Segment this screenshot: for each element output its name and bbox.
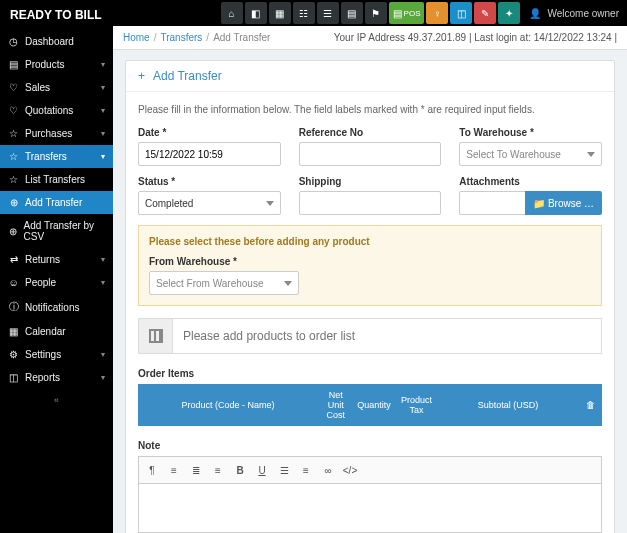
- shortcut-2[interactable]: ◫: [450, 2, 472, 24]
- folder-icon: 📁: [533, 198, 545, 209]
- heart-icon: ♡: [8, 82, 19, 93]
- ref-label: Reference No: [299, 127, 442, 138]
- date-input[interactable]: [138, 142, 281, 166]
- calc-button[interactable]: ▦: [269, 2, 291, 24]
- ed-link-icon[interactable]: ∞: [319, 461, 337, 479]
- sidebar-item-list-transfers[interactable]: ☆List Transfers: [0, 168, 113, 191]
- th-product: Product (Code - Name): [138, 384, 318, 426]
- trash-icon: 🗑: [586, 400, 595, 410]
- chevron-down-icon: ▾: [101, 278, 105, 287]
- warning-text: Please select these before adding any pr…: [149, 236, 591, 247]
- status-select[interactable]: Completed: [138, 191, 281, 215]
- crumb-home[interactable]: Home: [123, 32, 150, 43]
- th-qty: Quantity: [353, 384, 395, 426]
- editor-toolbar: ¶ ≡ ≣ ≡ B U ☰ ≡ ∞ </>: [138, 456, 602, 483]
- panel-title: Add Transfer: [153, 69, 222, 83]
- from-warehouse-select[interactable]: Select From Warehouse: [149, 271, 299, 295]
- from-warehouse-label: From Warehouse *: [149, 256, 237, 267]
- ed-olist-icon[interactable]: ≡: [297, 461, 315, 479]
- shortcut-1[interactable]: ♀: [426, 2, 448, 24]
- chevron-down-icon: ▾: [101, 350, 105, 359]
- ed-code-icon[interactable]: </>: [341, 461, 359, 479]
- sidebar-item-calendar[interactable]: ▦Calendar: [0, 320, 113, 343]
- sidebar-item-add-transfer-csv[interactable]: ⊕Add Transfer by CSV: [0, 214, 113, 248]
- chevron-down-icon: ▾: [101, 152, 105, 161]
- crumb-transfers[interactable]: Transfers: [160, 32, 202, 43]
- product-search-bar: [138, 318, 602, 354]
- ed-underline-icon[interactable]: U: [253, 461, 271, 479]
- brand: READY TO BILL: [0, 0, 113, 30]
- info-icon: ⓘ: [8, 300, 19, 314]
- sidebar-item-add-transfer[interactable]: ⊕Add Transfer: [0, 191, 113, 214]
- plus-icon: +: [138, 69, 145, 83]
- sidebar-item-products[interactable]: ▤Products▾: [0, 53, 113, 76]
- note-editor[interactable]: [138, 483, 602, 533]
- to-warehouse-select[interactable]: Select To Warehouse: [459, 142, 602, 166]
- chevron-down-icon: ▾: [101, 373, 105, 382]
- heart-icon: ♡: [8, 105, 19, 116]
- ed-para-icon[interactable]: ¶: [143, 461, 161, 479]
- sidebar-item-reports[interactable]: ◫Reports▾: [0, 366, 113, 389]
- attach-input[interactable]: [459, 191, 525, 215]
- sidebar-item-settings[interactable]: ⚙Settings▾: [0, 343, 113, 366]
- star-icon: ☆: [8, 151, 19, 162]
- star-icon: ☆: [8, 174, 19, 185]
- to-warehouse-label: To Warehouse *: [459, 127, 602, 138]
- people-icon: ☺: [8, 277, 19, 288]
- topbar: ⌂ ◧ ▦ ☷ ☰ ▤ ⚑ ▤POS ♀ ◫ ✎ ✦ 👤Welcome owne…: [113, 0, 627, 26]
- chevron-down-icon: ▾: [101, 255, 105, 264]
- breadcrumb: Home / Transfers / Add Transfer Your IP …: [113, 26, 627, 50]
- pos-button[interactable]: ▤POS: [389, 2, 425, 24]
- warning-box: Please select these before adding any pr…: [138, 225, 602, 306]
- calendar-icon: ▦: [8, 326, 19, 337]
- ed-bold-icon[interactable]: B: [231, 461, 249, 479]
- plus-icon: ⊕: [8, 197, 19, 208]
- sidebar-item-returns[interactable]: ⇄Returns▾: [0, 248, 113, 271]
- cart-icon: ▤: [8, 59, 19, 70]
- sidebar-item-dashboard[interactable]: ◷Dashboard: [0, 30, 113, 53]
- dashboard-icon: ◷: [8, 36, 19, 47]
- plus-icon: ⊕: [8, 226, 18, 237]
- ref-input[interactable]: [299, 142, 442, 166]
- welcome-user[interactable]: 👤Welcome owner: [521, 0, 627, 26]
- sidebar-item-quotations[interactable]: ♡Quotations▾: [0, 99, 113, 122]
- todo-button[interactable]: ☰: [317, 2, 339, 24]
- add-transfer-panel: + Add Transfer Please fill in the inform…: [125, 60, 615, 533]
- chevron-down-icon: ▾: [101, 83, 105, 92]
- th-subtotal: Subtotal (USD): [438, 384, 578, 426]
- dashboard-button[interactable]: ◧: [245, 2, 267, 24]
- th-delete: 🗑: [578, 384, 602, 426]
- sidebar: READY TO BILL ◷Dashboard ▤Products▾ ♡Sal…: [0, 0, 113, 533]
- order-items-table: Product (Code - Name) Net Unit Cost Quan…: [138, 384, 602, 426]
- shipping-input[interactable]: [299, 191, 442, 215]
- shortcut-3[interactable]: ✎: [474, 2, 496, 24]
- alerts-button[interactable]: ⚑: [365, 2, 387, 24]
- ip-info: Your IP Address 49.37.201.89 | Last logi…: [334, 32, 617, 43]
- chevron-down-icon: ▾: [101, 129, 105, 138]
- chevron-down-icon: ▾: [101, 106, 105, 115]
- intro-text: Please fill in the information below. Th…: [138, 104, 602, 115]
- crumb-current: Add Transfer: [213, 32, 270, 43]
- lang-button[interactable]: ▤: [341, 2, 363, 24]
- date-label: Date *: [138, 127, 281, 138]
- product-search-input[interactable]: [173, 319, 601, 353]
- ed-align-right-icon[interactable]: ≡: [209, 461, 227, 479]
- shortcut-4[interactable]: ✦: [498, 2, 520, 24]
- chart-icon: ◫: [8, 372, 19, 383]
- sidebar-item-people[interactable]: ☺People▾: [0, 271, 113, 294]
- note-label: Note: [138, 440, 602, 451]
- star-icon: ☆: [8, 128, 19, 139]
- sidebar-item-transfers[interactable]: ☆Transfers▾: [0, 145, 113, 168]
- chevron-down-icon: ▾: [101, 60, 105, 69]
- browse-button[interactable]: 📁 Browse …: [525, 191, 602, 215]
- home-button[interactable]: ⌂: [221, 2, 243, 24]
- ed-align-left-icon[interactable]: ≡: [165, 461, 183, 479]
- attach-label: Attachments: [459, 176, 602, 187]
- sidebar-collapse[interactable]: «: [0, 389, 113, 411]
- ed-align-center-icon[interactable]: ≣: [187, 461, 205, 479]
- ed-list-icon[interactable]: ☰: [275, 461, 293, 479]
- sidebar-item-sales[interactable]: ♡Sales▾: [0, 76, 113, 99]
- sidebar-item-purchases[interactable]: ☆Purchases▾: [0, 122, 113, 145]
- calendar-button[interactable]: ☷: [293, 2, 315, 24]
- sidebar-item-notifications[interactable]: ⓘNotifications: [0, 294, 113, 320]
